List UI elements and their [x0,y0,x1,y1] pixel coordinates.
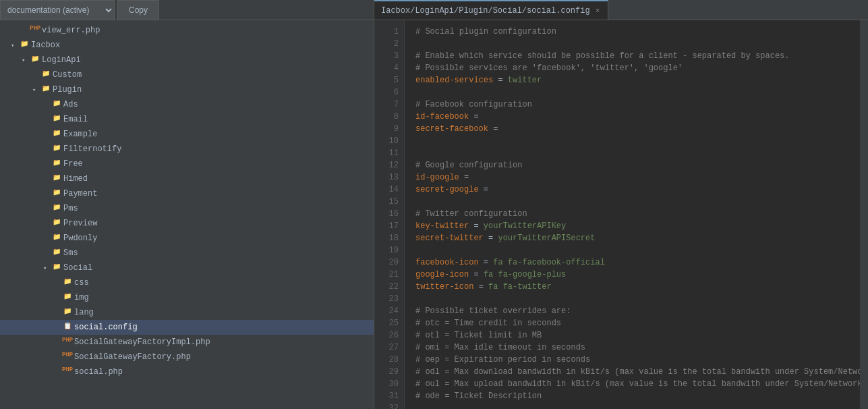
tree-item-label: lang [74,308,94,317]
tree-item-label: Social [63,263,92,273]
tree-item-Free[interactable]: 📁 Free [0,157,374,171]
tree-item-view_err[interactable]: PHP view_err.php [0,23,374,38]
folder-icon: 📁 [51,129,62,140]
tree-item-Himed[interactable]: 📁 Himed [0,171,374,186]
tree-item-label: css [74,278,89,288]
tree-item-label: Pwdonly [63,234,97,243]
code-line-12: # Google configuration [415,159,849,171]
line-number-4: 4 [374,62,399,74]
code-line-8: id-facebook = [415,111,849,123]
folder-icon: 📁 [30,55,40,65]
folder-icon: 📁 [51,248,62,258]
left-panel: documentation (active) Copy PHP view_err… [0,0,374,409]
line-number-24: 24 [374,305,399,317]
code-line-27: # omi = Max idle timeout in seconds [415,342,849,354]
folder-icon: 📁 [62,277,73,288]
tree-item-label: LoginApi [42,55,81,65]
editor-area: 1234567891011121314151617181920212223242… [374,20,868,409]
file-tree: PHP view_err.php ▾ 📁 Iacbox ▾ 📁 LoginApi… [0,20,374,409]
code-line-5: enabled-services = twitter [415,74,849,86]
tree-item-Plugin[interactable]: ▾ 📁 Plugin [0,82,374,97]
line-number-14: 14 [374,184,399,196]
line-number-8: 8 [374,111,399,123]
tree-arrow: ▾ [11,42,19,49]
folder-icon: 📁 [51,218,62,229]
tree-item-label: Pms [63,204,78,213]
line-number-3: 3 [374,50,399,62]
tree-item-label: Preview [63,219,97,228]
code-line-14: secret-google = [415,184,849,196]
line-number-16: 16 [374,208,399,220]
folder-icon: 📁 [51,203,62,214]
tree-item-Pwdonly[interactable]: 📁 Pwdonly [0,231,374,246]
line-number-11: 11 [374,147,399,159]
code-line-6 [415,86,849,99]
line-numbers: 1234567891011121314151617181920212223242… [374,20,405,409]
tree-item-LoginApi[interactable]: ▾ 📁 LoginApi [0,53,374,67]
tree-item-img[interactable]: 📁 img [0,290,374,305]
tree-item-Sms[interactable]: 📁 Sms [0,246,374,261]
tree-item-label: Ads [63,100,78,109]
tree-item-social_config[interactable]: 📋 social.config [0,320,374,335]
editor-tab[interactable]: Iacbox/LoginApi/Plugin/Social/social.con… [374,0,608,20]
folder-icon: 📁 [51,233,62,244]
tree-item-css[interactable]: 📁 css [0,275,374,290]
tree-item-SocialGatewayFactory[interactable]: PHP SocialGatewayFactory.php [0,350,374,364]
code-line-18: secret-twitter = yourTwitterAPISecret [415,232,849,244]
folder-icon: 📁 [62,307,73,318]
tree-item-Pms[interactable]: 📁 Pms [0,201,374,216]
tree-item-label: social.php [74,367,123,377]
code-line-10 [415,135,849,147]
line-number-32: 32 [374,402,399,409]
code-line-11 [415,147,849,159]
line-number-10: 10 [374,135,399,147]
code-line-4: # Possible services are 'facebook', 'twi… [415,62,849,74]
tree-item-SocialGatewayFactoryImpl[interactable]: PHP SocialGatewayFactoryImpl.php [0,335,374,350]
line-number-15: 15 [374,196,399,208]
tree-item-label: Himed [63,174,88,184]
copy-button[interactable]: Copy [117,0,159,20]
tree-arrow: ▾ [22,57,30,64]
tree-item-social_php[interactable]: PHP social.php [0,364,374,379]
line-number-5: 5 [374,74,399,86]
scrollbar[interactable] [860,20,868,409]
code-line-19 [415,244,849,256]
line-number-23: 23 [374,293,399,305]
line-number-6: 6 [374,86,399,99]
tree-item-Payment[interactable]: 📁 Payment [0,186,374,201]
code-line-23 [415,293,849,305]
code-line-21: google-icon = fa fa-google-plus [415,269,849,281]
line-number-20: 20 [374,256,399,269]
right-panel: Iacbox/LoginApi/Plugin/Social/social.con… [374,0,868,409]
code-line-32 [415,402,849,409]
tree-item-label: Filternotify [63,144,121,154]
php-icon: PHP [62,352,73,362]
tree-item-Ads[interactable]: 📁 Ads [0,97,374,112]
code-line-1: # Social plugin configuration [415,26,849,38]
line-number-29: 29 [374,366,399,378]
code-line-7: # Facebook configuration [415,99,849,111]
code-line-13: id-google = [415,171,849,184]
tree-item-lang[interactable]: 📁 lang [0,305,374,320]
tree-item-Custom[interactable]: 📁 Custom [0,67,374,82]
line-number-25: 25 [374,317,399,329]
tree-item-label: Plugin [53,85,82,94]
code-content[interactable]: # Social plugin configuration # Enable w… [405,20,860,409]
tab-close-button[interactable]: × [594,7,602,15]
tree-item-Iacbox[interactable]: ▾ 📁 Iacbox [0,38,374,53]
folder-icon: 📁 [51,144,62,155]
tree-item-Example[interactable]: 📁 Example [0,127,374,142]
folder-icon: 📁 [51,188,62,199]
tree-item-Email[interactable]: 📁 Email [0,112,374,127]
doc-dropdown[interactable]: documentation (active) [0,0,115,20]
line-number-2: 2 [374,38,399,50]
folder-icon: 📁 [51,99,62,110]
code-line-22: twitter-icon = fa fa-twitter [415,281,849,293]
folder-icon: 📁 [51,173,62,184]
tree-item-Preview[interactable]: 📁 Preview [0,216,374,231]
tree-item-label: SocialGatewayFactory.php [74,352,191,362]
code-line-17: key-twitter = yourTwitterAPIKey [415,220,849,232]
tree-item-Social[interactable]: ▾ 📁 Social [0,261,374,275]
tree-item-label: Email [63,115,88,124]
tree-item-Filternotify[interactable]: 📁 Filternotify [0,142,374,157]
